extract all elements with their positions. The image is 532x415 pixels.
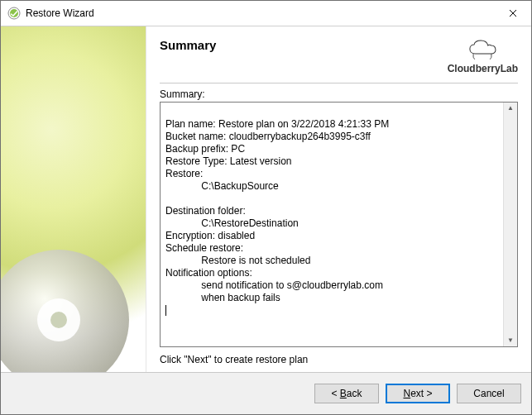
scroll-up-icon: ▲ <box>507 105 514 112</box>
cloud-icon <box>465 38 500 61</box>
summary-line: Destination folder: <box>165 205 246 217</box>
disc-illustration <box>1 237 141 372</box>
svg-point-4 <box>50 312 67 328</box>
wizard-sidebar <box>1 26 146 372</box>
summary-line: Schedule restore: <box>165 242 243 254</box>
cancel-button[interactable]: Cancel <box>457 384 521 403</box>
summary-line: Encryption: disabled <box>165 230 255 241</box>
vertical-scrollbar[interactable]: ▲ ▼ <box>503 103 517 346</box>
hint-text: Click "Next" to create restore plan <box>160 354 518 365</box>
brand-logo: CloudberryLab <box>448 38 518 74</box>
summary-label: Summary: <box>160 88 518 100</box>
summary-line: Bucket name: cloudberrybackup264b3995-c3… <box>165 131 371 142</box>
summary-line: C:\RestoreDestination <box>165 217 299 229</box>
close-icon <box>509 9 517 17</box>
summary-line: Notification options: <box>165 267 252 279</box>
restore-wizard-window: Restore Wizard <box>0 0 532 415</box>
scroll-down-icon: ▼ <box>507 337 514 344</box>
wizard-body: Summary CloudberryLab Summary: Plan name… <box>1 26 531 372</box>
back-button[interactable]: < Back <box>314 384 379 403</box>
app-icon <box>7 7 21 20</box>
svg-point-1 <box>10 9 18 17</box>
text-caret <box>165 305 166 316</box>
divider <box>160 83 518 83</box>
summary-line: Backup prefix: PC <box>165 143 245 155</box>
close-button[interactable] <box>494 1 531 26</box>
summary-line: Restore: <box>165 168 203 179</box>
window-title: Restore Wizard <box>26 7 494 19</box>
summary-line: send notification to s@cloudberrylab.com <box>165 279 383 291</box>
brand-label: CloudberryLab <box>448 63 518 74</box>
summary-line: Plan name: Restore plan on 3/22/2018 4:2… <box>165 118 389 130</box>
summary-line: Restore Type: Latest version <box>165 155 292 167</box>
titlebar: Restore Wizard <box>1 1 531 26</box>
summary-line: when backup fails <box>165 292 280 303</box>
wizard-main: Summary CloudberryLab Summary: Plan name… <box>146 26 531 372</box>
summary-textarea[interactable]: Plan name: Restore plan on 3/22/2018 4:2… <box>160 102 518 347</box>
next-button[interactable]: Next > <box>386 384 450 403</box>
summary-line: Restore is not scheduled <box>165 255 310 266</box>
wizard-footer: < Back Next > Cancel <box>1 372 531 414</box>
summary-line: C:\BackupSource <box>165 180 279 192</box>
page-heading: Summary <box>160 38 216 52</box>
